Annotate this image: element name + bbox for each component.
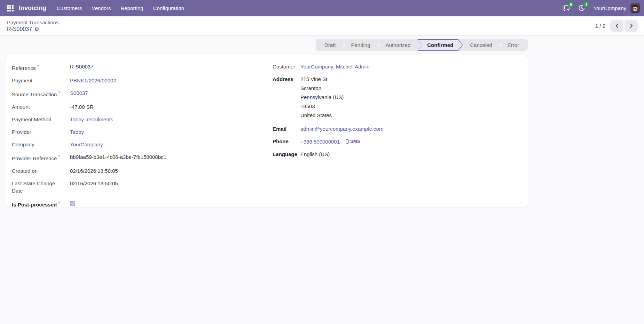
field-label-phone: Phone — [273, 138, 300, 145]
navbar-right: 6 3 YourCompany — [556, 3, 644, 13]
status-step-error[interactable]: Error — [500, 39, 526, 51]
nav-menu-configuration[interactable]: Configuration — [148, 0, 189, 16]
company-switcher[interactable]: YourCompany — [593, 5, 626, 11]
field-label-source-transaction: Source Transaction? — [12, 89, 70, 98]
field-row-company: CompanyYourCompany — [12, 141, 228, 148]
field-row-payment: PaymentPBNK1/2026/00002 — [12, 77, 228, 84]
field-value-language: English (US) — [300, 151, 330, 158]
field-label-customer: Customer — [273, 63, 300, 70]
app-name[interactable]: Invoicing — [19, 5, 46, 12]
status-step-draft[interactable]: Draft — [317, 39, 343, 51]
nav-menu-vendors[interactable]: Vendors — [87, 0, 116, 16]
form-right-column: CustomerYourCompany, Mitchell AdminAddre… — [273, 63, 488, 163]
field-value-email: admin@yourcompany.example.com — [300, 125, 383, 132]
address-line: United States — [300, 111, 344, 120]
field-link-email[interactable]: admin@yourcompany.example.com — [300, 126, 383, 132]
field-label-address: Address — [273, 75, 300, 120]
field-value-provider-reference: bb9faa59-b3e1-4c06-a3be-7fb158008bc1 — [70, 153, 166, 162]
field-link-provider[interactable]: Tabby — [70, 129, 84, 135]
field-row-reference: Reference?R-S00037 — [12, 63, 228, 72]
field-row-email: Emailadmin@yourcompany.example.com — [273, 125, 488, 132]
apps-grid-icon[interactable] — [4, 2, 16, 14]
field-label-amount: Amount — [12, 103, 70, 111]
chevron-left-icon — [615, 23, 619, 29]
field-label-reference: Reference? — [12, 63, 70, 72]
field-value-provider: Tabby — [70, 128, 84, 136]
pager: 1 / 2 — [595, 20, 638, 32]
field-value-created-on: 02/16/2026 13:50:05 — [70, 167, 118, 175]
help-icon: ? — [37, 65, 39, 68]
field-link-company[interactable]: YourCompany — [70, 141, 103, 147]
avatar-image — [630, 3, 640, 13]
sms-button[interactable]: SMS — [346, 138, 360, 145]
field-link-customer[interactable]: YourCompany, Mitchell Admin — [300, 64, 369, 70]
activities-badge: 3 — [583, 2, 589, 7]
field-value-customer: YourCompany, Mitchell Admin — [300, 63, 369, 70]
field-label-email: Email — [273, 125, 300, 132]
breadcrumb-parent-link[interactable]: Payment Transactions — [7, 19, 58, 26]
settings-gear-icon[interactable]: ⚙ — [34, 26, 39, 33]
nav-menu: CustomersVendorsReportingConfiguration — [52, 0, 189, 16]
field-label-provider-reference: Provider Reference? — [12, 153, 70, 162]
status-step-confirmed-active[interactable]: Confirmed — [418, 39, 463, 51]
top-navbar: Invoicing CustomersVendorsReportingConfi… — [0, 0, 644, 16]
field-value-payment-method: Tabby Installments — [70, 116, 113, 123]
messages-icon[interactable]: 6 — [561, 3, 572, 13]
field-label-is-post-processed: Is Post-processed? — [12, 200, 70, 208]
activities-icon[interactable]: 3 — [576, 3, 587, 13]
status-step-canceled[interactable]: Canceled — [463, 39, 499, 51]
field-value-phone: +966 500000001SMS — [300, 138, 360, 145]
nav-menu-customers[interactable]: Customers — [52, 0, 87, 16]
grid-glyph — [7, 5, 14, 11]
form-left-column: Reference?R-S00037PaymentPBNK1/2026/0000… — [12, 63, 228, 213]
help-icon: ? — [58, 155, 60, 159]
address-line: Pennsylvania (US) — [300, 93, 344, 102]
field-link-payment-method[interactable]: Tabby Installments — [70, 116, 113, 122]
field-row-last-state-change-date: Last State Change Date02/16/2026 13:50:0… — [12, 180, 228, 194]
field-row-provider: ProviderTabby — [12, 128, 228, 136]
pager-previous-button[interactable] — [610, 20, 623, 32]
field-value-payment: PBNK1/2026/00002 — [70, 77, 116, 84]
checkmark-icon — [71, 202, 74, 205]
field-value-is-post-processed — [70, 200, 75, 208]
address-line: 215 Vine St — [300, 75, 344, 83]
field-label-language: Language — [273, 151, 300, 158]
pager-counter: 1 / 2 — [595, 23, 605, 29]
field-value-reference: R-S00037 — [70, 63, 94, 72]
field-link-phone[interactable]: +966 500000001 — [300, 139, 340, 145]
breadcrumb-current: R-S00037 — [7, 26, 32, 33]
is-post-processed-checkbox[interactable] — [70, 201, 75, 206]
pager-next-button[interactable] — [625, 20, 638, 32]
mobile-phone-icon — [346, 139, 349, 144]
field-row-amount: Amount-47.00 SR — [12, 103, 228, 111]
address-line: Scranton — [300, 84, 344, 93]
field-label-company: Company — [12, 141, 70, 148]
breadcrumb: Payment Transactions R-S00037 ⚙ — [7, 19, 58, 33]
field-value-company: YourCompany — [70, 141, 103, 148]
help-icon: ? — [58, 201, 60, 205]
field-row-address: Address215 Vine StScrantonPennsylvania (… — [273, 75, 488, 120]
control-panel: Payment Transactions R-S00037 ⚙ 1 / 2 — [0, 16, 644, 36]
field-row-provider-reference: Provider Reference?bb9faa59-b3e1-4c06-a3… — [12, 153, 228, 162]
field-row-source-transaction: Source Transaction?S00037 — [12, 89, 228, 98]
field-label-last-state-change-date: Last State Change Date — [12, 180, 70, 194]
field-row-payment-method: Payment MethodTabby Installments — [12, 116, 228, 123]
field-row-is-post-processed: Is Post-processed? — [12, 200, 228, 208]
field-label-payment: Payment — [12, 77, 70, 84]
field-value-amount: -47.00 SR — [70, 103, 94, 111]
statusbar: DraftPendingAuthorizedConfirmedCanceledE… — [316, 39, 528, 51]
field-row-created-on: Created on02/16/2026 13:50:05 — [12, 167, 228, 175]
status-step-pending[interactable]: Pending — [344, 39, 377, 51]
field-label-provider: Provider — [12, 128, 70, 136]
field-value-address: 215 Vine StScrantonPennsylvania (US)1850… — [300, 75, 344, 120]
nav-menu-reporting[interactable]: Reporting — [116, 0, 148, 16]
chevron-right-icon — [629, 23, 633, 29]
field-label-created-on: Created on — [12, 167, 70, 175]
field-link-source-transaction[interactable]: S00037 — [70, 90, 88, 96]
messages-badge: 6 — [568, 2, 574, 7]
user-avatar[interactable] — [630, 3, 640, 13]
form-sheet: Reference?R-S00037PaymentPBNK1/2026/0000… — [6, 55, 528, 207]
help-icon: ? — [58, 91, 60, 95]
field-link-payment[interactable]: PBNK1/2026/00002 — [70, 78, 116, 83]
status-step-authorized[interactable]: Authorized — [378, 39, 418, 51]
